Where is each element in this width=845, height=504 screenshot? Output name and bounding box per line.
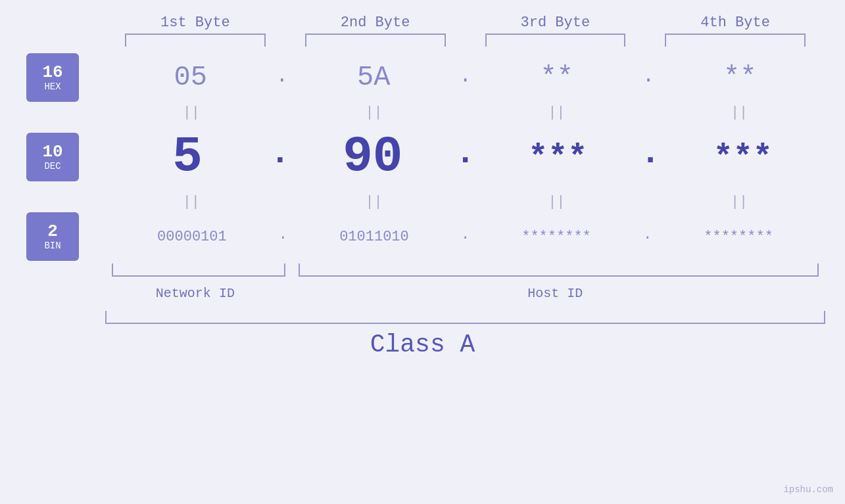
hex-badge: 16 HEX [26,53,79,102]
dec-badge-label: DEC [44,161,60,172]
eq2-b3: || [471,194,643,210]
eq1-b4: || [653,104,825,121]
eq1-b1: || [105,104,278,121]
bin-byte1: 00000101 [157,229,227,245]
hex-dot3: . [642,64,654,88]
hex-byte2: 5A [289,62,459,93]
hex-dot2: . [459,64,471,88]
eq2-b2: || [288,194,460,210]
hex-badge-num: 16 [42,63,62,82]
dec-dot3: . [640,134,660,173]
bin-byte2: 01011010 [339,229,409,245]
dec-badge-num: 10 [42,143,62,162]
hex-dot1: . [276,64,288,88]
host-id-label: Host ID [285,286,825,301]
eq2-b4: || [653,194,825,210]
bin-byte3: ******** [521,229,591,245]
dec-byte2: 90 [343,129,402,185]
bin-dot2: . [461,227,470,243]
bin-dot1: . [279,227,287,243]
class-label: Class A [370,331,475,359]
byte-header-3: 3rd Byte [466,14,646,31]
bin-byte4: ******** [704,229,773,245]
hex-badge-label: HEX [44,81,60,92]
dec-badge: 10 DEC [26,133,79,181]
dec-dot2: . [455,134,475,173]
dec-dot1: . [270,134,290,173]
eq1-b3: || [471,104,643,121]
eq2-b1: || [105,194,278,210]
bin-badge-num: 2 [47,222,58,241]
bin-dot3: . [643,227,652,243]
hex-byte1: 05 [105,62,276,93]
byte-header-4: 4th Byte [645,14,825,31]
bin-badge-label: BIN [44,241,60,251]
byte-header-1: 1st Byte [105,14,285,31]
dec-byte4: *** [713,139,773,176]
hex-byte4: ** [655,62,825,93]
dec-byte1: 5 [172,129,203,185]
network-id-label: Network ID [105,286,285,301]
eq1-b2: || [288,104,460,121]
hex-byte3: ** [471,62,642,93]
dec-byte3: *** [528,139,587,176]
watermark: ipshu.com [783,484,833,495]
bin-badge: 2 BIN [26,212,79,261]
byte-header-2: 2nd Byte [285,14,466,31]
